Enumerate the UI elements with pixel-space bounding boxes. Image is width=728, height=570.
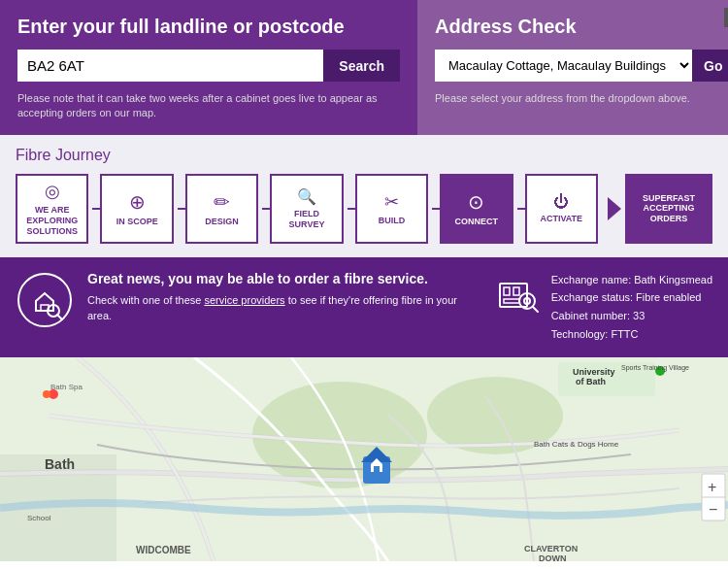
fibre-journey-section: Fibre Journey ◎ WE AREEXPLORINGSOLUTIONS…: [0, 135, 728, 257]
home-search-icon: [17, 272, 73, 328]
info-text: Great news, you may be able to order a f…: [87, 271, 474, 324]
step-field-survey[interactable]: 🔍 FIELDSURVEY: [270, 174, 343, 244]
connector-5: [432, 208, 440, 210]
left-panel: Enter your full landline or postcode Sea…: [0, 0, 417, 135]
technology: Technology: FTTC: [551, 325, 712, 344]
exchange-icon-wrap: [493, 271, 542, 319]
design-icon: ✏: [214, 190, 230, 214]
svg-text:−: −: [709, 501, 717, 518]
activate-icon: ⏻: [553, 193, 569, 211]
search-button[interactable]: Search: [323, 50, 400, 82]
step-in-scope[interactable]: ⊕ IN SCOPE: [100, 174, 173, 244]
connector-4: [347, 208, 355, 210]
svg-text:Bath: Bath: [45, 456, 75, 472]
in-scope-icon: ⊕: [129, 190, 146, 214]
address-note: Please select your address from the drop…: [435, 91, 728, 106]
address-select[interactable]: Macaulay Cottage, Macaulay Buildings: [435, 50, 692, 82]
svg-text:Bath Cats & Dogs Home: Bath Cats & Dogs Home: [534, 440, 619, 449]
right-panel-title: Address Check: [435, 16, 728, 38]
svg-text:Sports Training Village: Sports Training Village: [621, 364, 689, 372]
map-svg: University of Bath Bath Spa Bath WIDCOMB…: [0, 357, 728, 561]
svg-text:of Bath: of Bath: [576, 377, 606, 386]
field-survey-icon: 🔍: [297, 187, 316, 206]
info-subtext: Check with one of these service provider…: [87, 292, 474, 324]
info-right: Exchange name: Bath Kingsmead Exchange s…: [474, 271, 712, 344]
info-bar: Great news, you may be able to order a f…: [0, 257, 728, 357]
svg-rect-7: [504, 299, 519, 303]
svg-rect-6: [513, 287, 519, 295]
left-panel-title: Enter your full landline or postcode: [17, 16, 400, 38]
exchange-name: Exchange name: Bath Kingsmead: [551, 271, 712, 289]
exchange-info: Exchange name: Bath Kingsmead Exchange s…: [551, 271, 712, 344]
search-input[interactable]: [17, 50, 323, 82]
svg-text:CLAVERTON: CLAVERTON: [524, 544, 578, 553]
build-icon: ✂: [384, 191, 399, 213]
journey-steps: ◎ WE AREEXPLORINGSOLUTIONS ⊕ IN SCOPE ✏ …: [16, 174, 712, 244]
step-exploring[interactable]: ◎ WE AREEXPLORINGSOLUTIONS: [16, 174, 88, 244]
right-panel: X Address Check Macaulay Cottage, Macaul…: [417, 0, 728, 135]
exploring-icon: ◎: [45, 181, 60, 202]
step-build[interactable]: ✂ BUILD: [355, 174, 428, 244]
svg-text:WIDCOMBE: WIDCOMBE: [136, 545, 191, 555]
exchange-icon: [494, 272, 541, 319]
top-section: Enter your full landline or postcode Sea…: [0, 0, 728, 135]
svg-point-20: [43, 390, 50, 398]
svg-text:DOWN: DOWN: [539, 553, 567, 561]
svg-text:Bath Spa: Bath Spa: [50, 383, 83, 391]
close-button[interactable]: X: [724, 8, 728, 27]
connector-6: [517, 208, 525, 210]
step-connect[interactable]: ⊙ CONNECT: [440, 174, 513, 244]
search-note: Please note that it can take two weeks a…: [17, 91, 400, 121]
svg-text:School: School: [27, 514, 51, 522]
svg-line-3: [57, 315, 62, 319]
connector-3: [262, 208, 270, 210]
svg-point-0: [18, 274, 71, 326]
fibre-journey-title: Fibre Journey: [16, 147, 712, 164]
go-button[interactable]: Go: [692, 50, 728, 82]
connector-2: [178, 208, 185, 210]
svg-text:University: University: [573, 367, 615, 377]
info-left: Great news, you may be able to order a f…: [16, 271, 474, 329]
svg-text:+: +: [708, 479, 716, 495]
exchange-status: Exchange status: Fibre enabled: [551, 288, 712, 307]
map-container: University of Bath Bath Spa Bath WIDCOMB…: [0, 357, 728, 561]
address-row: Macaulay Cottage, Macaulay Buildings Go: [435, 50, 728, 82]
cabinet-number: Cabinet number: 33: [551, 307, 712, 325]
info-subtext-before: Check with one of these: [87, 294, 204, 306]
service-providers-link[interactable]: service providers: [204, 294, 284, 306]
home-icon-wrap: [16, 271, 74, 329]
step-activate[interactable]: ⏻ ACTIVATE: [525, 174, 598, 244]
step-design[interactable]: ✏ DESIGN: [185, 174, 258, 244]
svg-rect-31: [374, 466, 380, 472]
arrow-icon: [608, 197, 621, 220]
step-superfast[interactable]: SUPERFASTACCEPTINGORDERS: [625, 174, 712, 244]
info-headline: Great news, you may be able to order a f…: [87, 271, 474, 286]
final-step-wrapper: SUPERFASTACCEPTINGORDERS: [608, 174, 712, 244]
connector-1: [92, 208, 100, 210]
search-row: Search: [17, 50, 400, 82]
svg-line-10: [533, 307, 538, 312]
connect-icon: ⊙: [468, 190, 484, 214]
svg-rect-5: [504, 287, 510, 295]
